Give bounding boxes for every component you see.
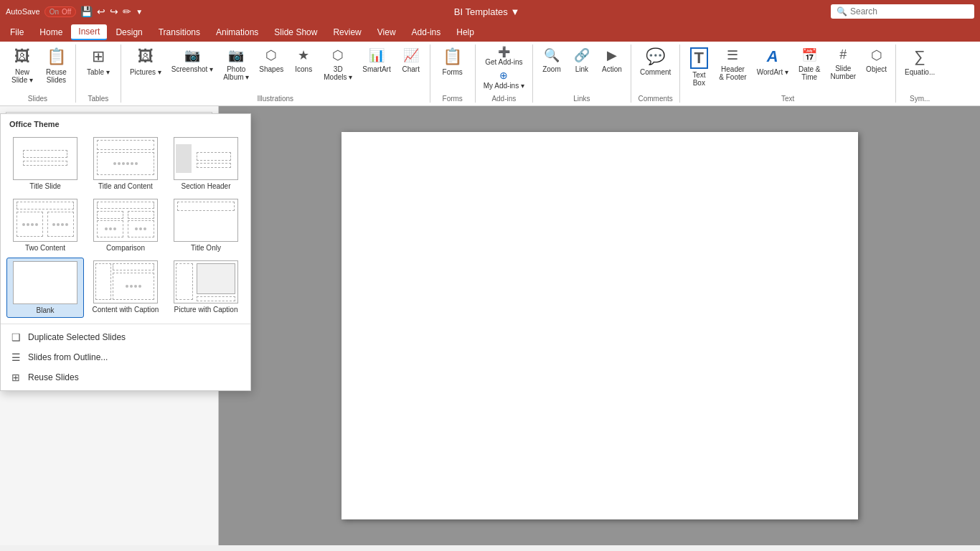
screenshot-button[interactable]: 📷 Screenshot ▾ [167, 44, 217, 76]
photo-album-button[interactable]: 📷 PhotoAlbum ▾ [219, 44, 253, 84]
slide-number-button[interactable]: # SlideNumber [826, 44, 861, 83]
menu-file[interactable]: File [3, 25, 31, 39]
forms-icon: 📋 [443, 47, 462, 66]
get-addins-label: Get Add-ins [485, 58, 522, 66]
layout-label-blank: Blank [36, 306, 54, 314]
autosave-toggle[interactable]: On Off [44, 6, 77, 17]
addins-group-label: Add-ins [491, 93, 516, 103]
layout-label-section: Section Header [182, 182, 231, 190]
ribbon-group-items-text: T TextBox ☰ Header& Footer A WordArt ▾ 📅… [684, 44, 891, 93]
3d-models-button[interactable]: ⬡ 3DModels ▾ [319, 44, 357, 84]
menu-review[interactable]: Review [326, 25, 368, 39]
comment-icon: 💬 [646, 47, 665, 66]
undo-icon[interactable]: ↩ [97, 6, 105, 17]
reuse-slides-button[interactable]: 📋 ReuseSlides [42, 44, 71, 87]
date-time-button[interactable]: 📅 Date &Time [794, 44, 825, 84]
layout-item-title-slide[interactable]: Title Slide [6, 134, 84, 193]
screenshot-icon: 📷 [184, 47, 200, 63]
menu-animations[interactable]: Animations [209, 25, 265, 39]
layout-item-title-only[interactable]: Title Only [167, 196, 245, 255]
search-icon: 🔍 [837, 6, 847, 17]
zoom-icon: 🔍 [544, 47, 560, 63]
pictures-button[interactable]: 🖼 Pictures ▾ [126, 44, 166, 79]
link-icon: 🔗 [574, 47, 590, 63]
chart-button[interactable]: 📈 Chart [397, 44, 425, 76]
layout-item-content-caption[interactable]: Content with Caption [87, 258, 164, 318]
menu-insert[interactable]: Insert [71, 24, 107, 40]
text-group-label: Text [781, 93, 794, 103]
icons-icon: ★ [298, 47, 309, 63]
title-bar-left: AutoSave On Off 💾 ↩ ↪ ✏ ▼ [6, 6, 143, 17]
lt-title-box [23, 150, 67, 157]
reuse-slides-menu-label: Reuse Slides [28, 372, 79, 382]
links-group-label: Links [573, 93, 590, 103]
table-button[interactable]: ⊞ Table ▾ [80, 44, 116, 79]
layout-thumb-content-caption [93, 260, 158, 303]
ribbon-group-text: T TextBox ☰ Header& Footer A WordArt ▾ 📅… [680, 44, 896, 103]
ribbon-group-addins: ➕ Get Add-ins ⊕ My Add-ins ▾ Add-ins [476, 44, 533, 103]
header-footer-label: Header& Footer [719, 65, 746, 81]
table-label: Table ▾ [87, 68, 110, 76]
my-addins-icon: ⊕ [499, 70, 508, 81]
header-footer-icon: ☰ [727, 47, 738, 63]
ribbon-group-items-symbols: ∑ Equatio... [900, 44, 939, 93]
dropdown-arrow[interactable]: ▼ [136, 8, 143, 16]
new-slide-button[interactable]: 🖼 NewSlide ▾ [4, 44, 40, 87]
comments-group-label: Comments [638, 93, 672, 103]
my-addins-button[interactable]: ⊕ My Add-ins ▾ [480, 68, 528, 91]
reuse-slides-item[interactable]: ⊞ Reuse Slides [1, 367, 250, 387]
illustrations-group-label: Illustrations [258, 93, 294, 103]
object-button[interactable]: ⬡ Object [862, 44, 891, 76]
table-icon: ⊞ [92, 47, 105, 66]
app-title: BI Templates ▼ [149, 6, 825, 17]
shapes-button[interactable]: ⬡ Shapes [255, 44, 288, 76]
layout-item-two-content[interactable]: Two Content [6, 196, 84, 255]
dropdown-section-title: Office Theme [1, 114, 250, 131]
title-bar: AutoSave On Off 💾 ↩ ↪ ✏ ▼ BI Templates ▼… [0, 0, 980, 23]
forms-button[interactable]: 📋 Forms [435, 44, 471, 79]
redo-icon[interactable]: ↪ [110, 6, 118, 17]
link-button[interactable]: 🔗 Link [567, 44, 596, 76]
menu-view[interactable]: View [370, 25, 403, 39]
layout-item-section-header[interactable]: Section Header [167, 134, 245, 193]
ribbon-group-comments: 💬 Comment Comments [631, 44, 680, 103]
icons-button[interactable]: ★ Icons [289, 44, 318, 76]
ribbon-group-items-tables: ⊞ Table ▾ [80, 44, 116, 93]
layout-item-blank[interactable]: Blank [6, 258, 84, 318]
duplicate-slides-item[interactable]: ❑ Duplicate Selected Slides [1, 327, 250, 347]
chart-label: Chart [402, 65, 419, 73]
ribbon-group-items-links: 🔍 Zoom 🔗 Link ▶ Action [537, 44, 626, 93]
layout-item-comparison[interactable]: Comparison [87, 196, 164, 255]
smartart-button[interactable]: 📊 SmartArt [358, 44, 395, 76]
layout-item-title-and-content[interactable]: Title and Content [87, 134, 164, 193]
slides-from-outline-item[interactable]: ☰ Slides from Outline... [1, 347, 250, 367]
save-icon[interactable]: 💾 [80, 6, 93, 17]
menu-help[interactable]: Help [449, 25, 481, 39]
comment-button[interactable]: 💬 Comment [636, 44, 675, 79]
new-slide-dropdown: Office Theme Title Slide [0, 113, 251, 391]
menu-slideshow[interactable]: Slide Show [267, 25, 324, 39]
menu-home[interactable]: Home [32, 25, 70, 39]
menu-design[interactable]: Design [108, 25, 149, 39]
search-box[interactable]: 🔍 [831, 4, 974, 19]
menu-addins[interactable]: Add-ins [405, 25, 448, 39]
customize-icon[interactable]: ✏ [123, 6, 131, 17]
photo-album-icon: 📷 [228, 47, 244, 63]
3d-models-label: 3DModels ▾ [324, 65, 352, 81]
menu-transitions[interactable]: Transitions [151, 25, 207, 39]
wordart-button[interactable]: A WordArt ▾ [753, 44, 793, 79]
slide-number-label: SlideNumber [831, 65, 857, 80]
layout-item-picture-caption[interactable]: Picture with Caption [167, 258, 245, 318]
header-footer-button[interactable]: ☰ Header& Footer [715, 44, 750, 84]
search-input[interactable] [850, 6, 969, 17]
dropdown-menu-items: ❑ Duplicate Selected Slides ☰ Slides fro… [1, 324, 250, 390]
ribbon-group-items-slides: 🖼 NewSlide ▾ 📋 ReuseSlides [4, 44, 71, 93]
zoom-button[interactable]: 🔍 Zoom [537, 44, 566, 76]
get-addins-button[interactable]: ➕ Get Add-ins [480, 44, 528, 67]
3d-models-icon: ⬡ [332, 47, 344, 63]
text-box-button[interactable]: T TextBox [684, 44, 713, 90]
action-button[interactable]: ▶ Action [598, 44, 626, 76]
duplicate-label: Duplicate Selected Slides [28, 332, 126, 342]
layout-grid: Title Slide Title and Content [1, 131, 250, 324]
equation-button[interactable]: ∑ Equatio... [900, 44, 939, 79]
